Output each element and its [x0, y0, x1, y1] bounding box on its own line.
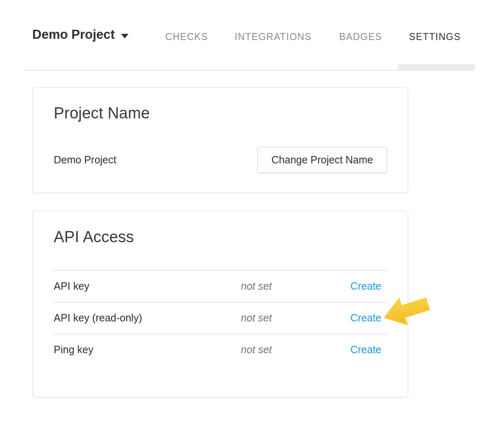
api-key-read-only-label: API key (read-only) — [54, 302, 241, 334]
table-row-api-key: API key not set Create — [54, 270, 387, 302]
create-api-key-read-only-link[interactable]: Create — [350, 312, 381, 324]
header-divider — [25, 70, 475, 71]
table-row-ping-key: Ping key not set Create — [54, 334, 387, 365]
api-access-card: API Access API key not set Create API ke… — [33, 211, 408, 397]
ping-key-label: Ping key — [54, 334, 241, 365]
tab-checks[interactable]: CHECKS — [165, 31, 208, 43]
top-navigation: Demo Project CHECKS INTEGRATIONS BADGES … — [0, 0, 504, 71]
current-project-name: Demo Project — [54, 154, 116, 166]
table-row-api-key-read-only: API key (read-only) not set Create — [54, 302, 387, 334]
api-key-value: not set — [241, 270, 326, 302]
project-name-card: Project Name Demo Project Change Project… — [33, 87, 408, 193]
api-access-card-title: API Access — [54, 228, 387, 247]
create-api-key-link[interactable]: Create — [350, 280, 381, 292]
project-switcher[interactable]: Demo Project — [32, 27, 128, 42]
chevron-down-icon — [121, 34, 128, 38]
create-ping-key-link[interactable]: Create — [350, 344, 381, 355]
api-key-read-only-value: not set — [241, 302, 326, 334]
tab-settings[interactable]: SETTINGS — [409, 31, 461, 43]
change-project-name-button[interactable]: Change Project Name — [257, 147, 387, 173]
active-tab-indicator — [398, 64, 475, 70]
api-key-label: API key — [54, 270, 241, 302]
ping-key-value: not set — [241, 334, 326, 365]
project-switcher-label: Demo Project — [32, 27, 115, 42]
project-name-card-title: Project Name — [54, 104, 387, 123]
api-keys-table: API key not set Create API key (read-onl… — [54, 270, 387, 365]
tab-badges[interactable]: BADGES — [339, 31, 382, 43]
tab-integrations[interactable]: INTEGRATIONS — [235, 31, 311, 43]
